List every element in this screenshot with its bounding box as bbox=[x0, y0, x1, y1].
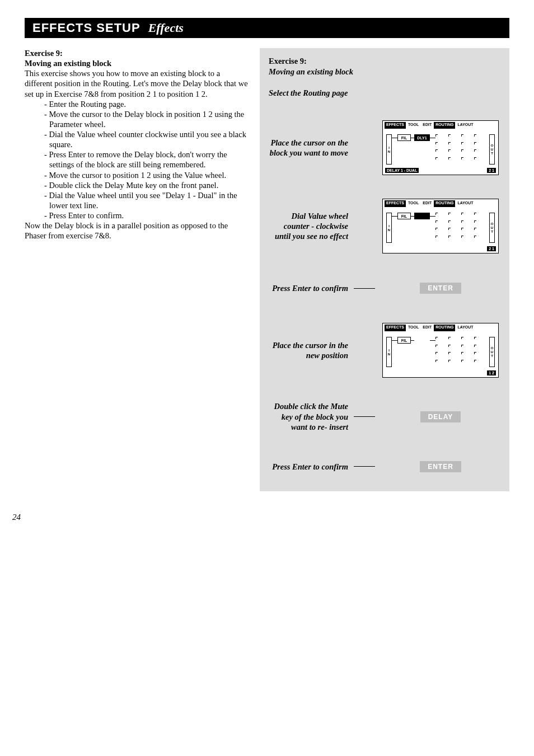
list-item: Dial the Value wheel counter clockwise u… bbox=[49, 129, 250, 149]
lcd-tab: EFFECTS bbox=[385, 325, 406, 331]
intro-paragraph: This exercise shows you how to move an e… bbox=[25, 68, 250, 98]
step-label: Double click the Mute key of the block y… bbox=[269, 401, 348, 431]
io-out-icon: OUT bbox=[489, 337, 495, 367]
connector-line bbox=[354, 416, 375, 417]
list-item: Enter the Routing page. bbox=[49, 99, 250, 109]
step-visual: EFFECTSTOOLEDITROUTINGLAYOUTINOUTFILDLY1… bbox=[381, 120, 500, 175]
lcd-footer: 1 2 bbox=[385, 369, 496, 376]
right-exercise-number: Exercise 9: bbox=[269, 56, 500, 67]
lcd-footer: DELAY 1 - DUAL2 1 bbox=[385, 167, 496, 173]
step-label: Dial Value wheel counter - clockwise unt… bbox=[269, 211, 348, 241]
lcd-tab: TOOL bbox=[406, 325, 420, 331]
exercise-number: Exercise 9: bbox=[25, 48, 250, 58]
signal-wire bbox=[392, 138, 397, 138]
lcd-tab: EFFECTS bbox=[385, 122, 406, 129]
fil-block: FIL bbox=[397, 134, 411, 141]
io-in-icon: IN bbox=[386, 213, 392, 243]
delay-button[interactable]: DELAY bbox=[420, 411, 461, 422]
step-row: Place the cursor in the new positionEFFE… bbox=[269, 323, 500, 378]
enter-button[interactable]: ENTER bbox=[420, 461, 461, 472]
signal-wire bbox=[392, 216, 397, 217]
signal-wire bbox=[430, 340, 435, 341]
enter-button[interactable]: ENTER bbox=[420, 283, 461, 294]
io-in-icon: IN bbox=[386, 337, 392, 367]
connector-line bbox=[354, 288, 375, 289]
step-row: Place the cursor on the block you want t… bbox=[269, 120, 500, 175]
fil-block: FIL bbox=[397, 337, 411, 344]
io-out-icon: OUT bbox=[489, 213, 495, 243]
lcd-tab: EFFECTS bbox=[385, 200, 406, 207]
step-label: Press Enter to confirm bbox=[269, 283, 348, 293]
lcd-footer-left: DELAY 1 - DUAL bbox=[385, 168, 419, 173]
step-row: Press Enter to confirmENTER bbox=[269, 277, 500, 299]
empty-block bbox=[414, 213, 430, 219]
lcd-tab: LAYOUT bbox=[456, 200, 475, 207]
list-item: Move the cursor to the Delay block in po… bbox=[49, 109, 250, 129]
list-item: Press Enter to confirm. bbox=[49, 210, 250, 220]
connector-line bbox=[354, 466, 375, 467]
step-row: Press Enter to confirmENTER bbox=[269, 456, 500, 478]
step-visual: EFFECTSTOOLEDITROUTINGLAYOUTINOUTFIL1 2 bbox=[381, 323, 500, 378]
list-item: Move the cursor to position 1 2 using th… bbox=[49, 170, 250, 180]
routing-grid bbox=[435, 213, 487, 243]
lcd-tab: ROUTING bbox=[434, 122, 455, 129]
io-in-icon: IN bbox=[386, 134, 392, 165]
outro-paragraph: Now the Delay block is in a parallel pos… bbox=[25, 220, 250, 241]
lcd-tab: EDIT bbox=[421, 122, 433, 129]
lcd-tab: ROUTING bbox=[434, 325, 455, 331]
lcd-tab: TOOL bbox=[406, 200, 420, 207]
signal-wire bbox=[430, 138, 435, 138]
step-label: Place the cursor in the new position bbox=[269, 340, 348, 360]
lcd-screen: EFFECTSTOOLEDITROUTINGLAYOUTINOUTFIL1 2 bbox=[382, 323, 499, 378]
lcd-tab: ROUTING bbox=[434, 200, 455, 207]
step-visual: EFFECTSTOOLEDITROUTINGLAYOUTINOUTFIL2 1 bbox=[381, 199, 500, 253]
delay-block: DLY1 bbox=[414, 134, 430, 141]
lcd-footer-right: 2 1 bbox=[487, 246, 496, 251]
list-item: Press Enter to remove the Delay block, d… bbox=[49, 149, 250, 170]
header-subtitle: Effects bbox=[148, 21, 184, 35]
right-exercise-name: Moving an existing block bbox=[269, 67, 500, 77]
lcd-tab: LAYOUT bbox=[456, 325, 475, 331]
signal-wire bbox=[411, 340, 414, 341]
lcd-tab: EDIT bbox=[421, 325, 433, 331]
step-visual: ENTER bbox=[381, 461, 500, 472]
lcd-tab: EDIT bbox=[421, 200, 433, 207]
step-visual: ENTER bbox=[381, 283, 500, 294]
header-title: EFFECTS SETUP bbox=[32, 21, 140, 35]
step-label: Place the cursor on the block you want t… bbox=[269, 138, 348, 158]
right-column: Exercise 9: Moving an existing block Sel… bbox=[260, 48, 509, 491]
steps-container: Place the cursor on the block you want t… bbox=[269, 120, 500, 477]
io-out-icon: OUT bbox=[489, 134, 495, 165]
content-area: Exercise 9: Moving an existing block Thi… bbox=[25, 48, 509, 491]
select-routing-line: Select the Routing page bbox=[269, 88, 500, 98]
right-header: Exercise 9: Moving an existing block Sel… bbox=[269, 56, 500, 98]
lcd-screen: EFFECTSTOOLEDITROUTINGLAYOUTINOUTFIL2 1 bbox=[382, 199, 499, 253]
signal-wire bbox=[430, 216, 435, 217]
left-column: Exercise 9: Moving an existing block Thi… bbox=[25, 48, 250, 491]
exercise-name: Moving an existing block bbox=[25, 58, 250, 68]
lcd-footer-right: 2 1 bbox=[487, 168, 496, 173]
page-number: 24 bbox=[12, 513, 21, 522]
list-item: Double click the Delay Mute key on the f… bbox=[49, 180, 250, 190]
lcd-footer-right: 1 2 bbox=[487, 370, 496, 375]
routing-grid bbox=[435, 134, 487, 165]
lcd-screen: EFFECTSTOOLEDITROUTINGLAYOUTINOUTFILDLY1… bbox=[382, 120, 499, 175]
page-header: EFFECTS SETUP Effects bbox=[25, 18, 509, 38]
step-label: Press Enter to confirm bbox=[269, 462, 348, 472]
step-row: Dial Value wheel counter - clockwise unt… bbox=[269, 199, 500, 253]
lcd-tab: TOOL bbox=[406, 122, 420, 129]
step-visual: DELAY bbox=[381, 411, 500, 422]
instruction-list: Enter the Routing page. Move the cursor … bbox=[25, 99, 250, 221]
lcd-tab: LAYOUT bbox=[456, 122, 475, 129]
lcd-footer: 2 1 bbox=[385, 245, 496, 252]
routing-grid bbox=[435, 337, 487, 367]
list-item: Dial the Value wheel until you see "Dela… bbox=[49, 190, 250, 210]
signal-wire bbox=[392, 340, 397, 341]
fil-block: FIL bbox=[397, 213, 411, 219]
step-row: Double click the Mute key of the block y… bbox=[269, 401, 500, 431]
